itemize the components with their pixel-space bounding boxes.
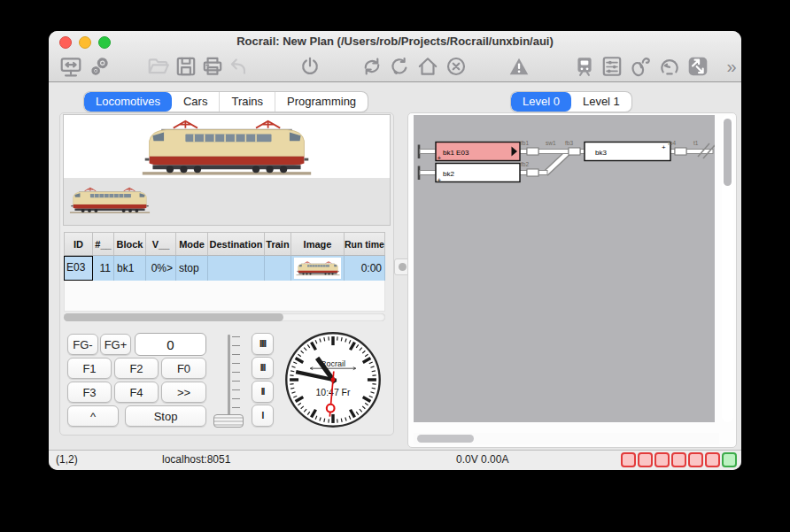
fast-clock: Rocrail 10:47 Fr	[283, 329, 383, 430]
svg-text:bk1 E03: bk1 E03	[443, 149, 469, 157]
plan-horizontal-scrollbar[interactable]	[414, 433, 719, 444]
tab-programming[interactable]: Programming	[275, 92, 368, 112]
brake-step-3-button[interactable]: III	[252, 357, 274, 379]
col-destination[interactable]: Destination	[208, 232, 265, 256]
table-empty-area	[64, 281, 385, 312]
scrollbar-thumb[interactable]	[724, 119, 732, 186]
fn-shift-button[interactable]: >>	[161, 382, 206, 403]
f4-button[interactable]: F4	[114, 382, 159, 403]
content-area: Locomotives Cars Trains Programming Leve…	[49, 82, 741, 451]
cursor-position: (1,2)	[56, 453, 78, 466]
track-plan-canvas[interactable]: bk1 E03 + fb1 sw1 fb3	[414, 115, 715, 422]
col-image[interactable]: Image	[291, 232, 345, 256]
sensor-indicator-off	[688, 452, 703, 467]
f1-button[interactable]: F1	[67, 358, 112, 379]
titlebar[interactable]: Rocrail: New Plan (/Users/rob/Projects/R…	[49, 31, 741, 51]
sensor-indicator-on	[722, 452, 737, 467]
block-plus-marker: +	[438, 176, 442, 184]
track-plan-panel: bk1 E03 + fb1 sw1 fb3	[407, 112, 737, 448]
workspace-icon[interactable]	[58, 54, 83, 79]
svg-text:bk2: bk2	[443, 170, 454, 178]
sensor-indicator-off	[621, 452, 636, 467]
sensor-indicators	[621, 452, 737, 467]
tab-trains[interactable]: Trains	[220, 92, 275, 112]
train-icon[interactable]	[572, 54, 597, 79]
table-row[interactable]: E03 11 bk1 0%> stop 0:00	[64, 256, 385, 281]
print-icon[interactable]	[200, 54, 225, 79]
brake-step-2-button[interactable]: II	[252, 381, 274, 403]
col-mode[interactable]: Mode	[176, 232, 208, 256]
svg-text:fb3: fb3	[565, 140, 573, 146]
sensor-indicator-off	[705, 452, 720, 467]
app-window: Rocrail: New Plan (/Users/rob/Projects/R…	[49, 31, 741, 470]
col-addr[interactable]: #__	[93, 232, 114, 256]
col-runtime[interactable]: Run time	[345, 232, 385, 256]
cell-id: E03	[64, 256, 93, 281]
stop-button[interactable]: Stop	[125, 405, 206, 427]
f0-button[interactable]: F0	[161, 358, 206, 379]
fg-plus-button[interactable]: FG+	[100, 334, 131, 355]
svg-text:fb2: fb2	[521, 161, 529, 167]
toolbar-overflow-button[interactable]: »	[719, 54, 741, 79]
tab-locomotives[interactable]: Locomotives	[84, 92, 172, 112]
speed-slider-ruler	[232, 336, 240, 418]
undo-icon[interactable]	[227, 54, 252, 79]
f2-button[interactable]: F2	[114, 358, 159, 379]
block-bk3[interactable]: bk3 +	[585, 143, 670, 161]
brake-step-1-button[interactable]: I	[252, 405, 274, 427]
warning-icon[interactable]	[507, 54, 531, 79]
mouse-throttle-icon[interactable]	[628, 54, 653, 79]
cell-addr: 11	[93, 256, 114, 281]
tab-cars[interactable]: Cars	[172, 92, 220, 112]
cell-block: bk1	[114, 256, 146, 281]
power-icon[interactable]	[298, 54, 322, 79]
routes-icon[interactable]	[685, 54, 710, 79]
scrollbar-thumb[interactable]	[64, 313, 283, 321]
scrollbar-thumb[interactable]	[417, 435, 474, 443]
settings-gears-icon[interactable]	[88, 54, 112, 79]
reset-icon[interactable]	[387, 54, 412, 79]
properties-sliders-icon[interactable]	[600, 54, 624, 79]
plan-vertical-scrollbar[interactable]	[722, 115, 733, 422]
tab-level-1[interactable]: Level 1	[571, 92, 631, 112]
svg-text:bk3: bk3	[595, 149, 607, 157]
speed-slider-thumb[interactable]	[213, 414, 244, 428]
col-train[interactable]: Train	[265, 232, 291, 256]
toolbar: »	[49, 51, 741, 81]
switch-sw1[interactable]	[546, 152, 569, 174]
block-plus-marker: +	[662, 143, 666, 151]
col-block[interactable]: Block	[114, 232, 146, 256]
svg-text:t1: t1	[693, 140, 699, 146]
cell-runtime: 0:00	[345, 256, 385, 281]
tab-level-0[interactable]: Level 0	[511, 92, 571, 112]
open-folder-icon[interactable]	[146, 54, 171, 79]
col-v[interactable]: V__	[146, 232, 176, 256]
power-readout: 0.0V 0.00A	[456, 453, 508, 466]
loco-table-header: ID #__ Block V__ Mode Destination Train …	[64, 232, 385, 256]
cell-destination	[208, 256, 265, 281]
speedometer-icon[interactable]	[657, 54, 682, 79]
direction-button[interactable]: ^	[67, 405, 119, 427]
clock-digital-time: 10:47 Fr	[316, 388, 351, 397]
speed-slider-track[interactable]	[228, 335, 230, 421]
cell-mode: stop	[176, 256, 208, 281]
loco-image-large	[63, 114, 391, 180]
fg-minus-button[interactable]: FG-	[67, 334, 98, 355]
left-tab-group: Locomotives Cars Trains Programming	[84, 92, 368, 112]
home-icon[interactable]	[415, 54, 440, 79]
block-bk2[interactable]: bk2 +	[436, 164, 520, 184]
loco-image-strip[interactable]	[63, 178, 391, 226]
server-host: localhost:8051	[162, 453, 230, 466]
block-bk1[interactable]: bk1 E03 +	[436, 143, 520, 163]
f3-button[interactable]: F3	[67, 382, 112, 403]
sync-icon[interactable]	[360, 54, 384, 79]
brake-step-4-button[interactable]: IIII	[252, 333, 274, 355]
cell-train	[265, 256, 291, 281]
speed-display[interactable]: 0	[135, 333, 206, 356]
cell-v: 0%>	[146, 256, 176, 281]
save-icon[interactable]	[174, 54, 198, 79]
cancel-icon[interactable]	[444, 54, 469, 79]
window-chrome: Rocrail: New Plan (/Users/rob/Projects/R…	[49, 31, 741, 82]
col-id[interactable]: ID	[64, 232, 93, 256]
table-horizontal-scrollbar[interactable]	[64, 313, 385, 321]
